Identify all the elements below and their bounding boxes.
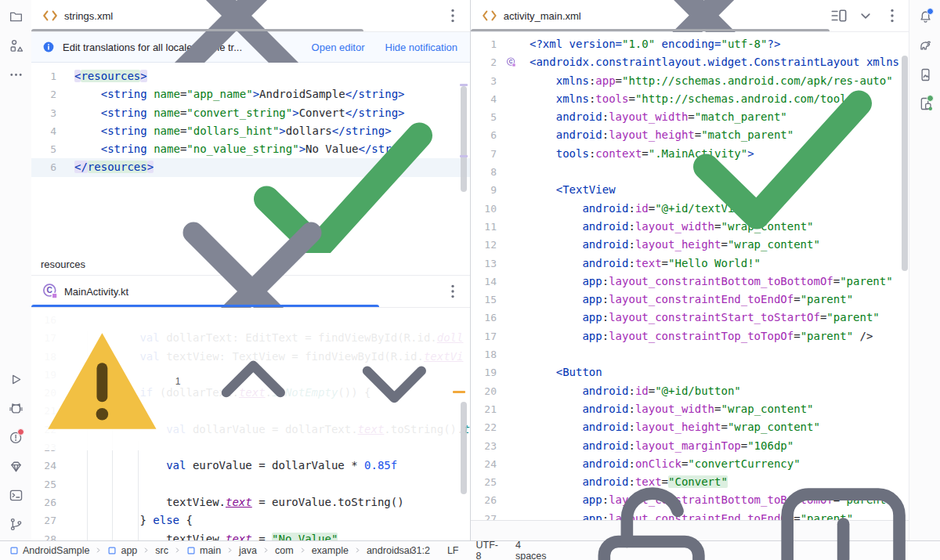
xml-file-icon	[480, 6, 499, 25]
line-number: 7	[471, 145, 497, 163]
version-control-tool[interactable]	[3, 511, 28, 537]
run-tool[interactable]	[3, 367, 28, 392]
code-line[interactable]: 21 android:layout_width="wrap_content"	[471, 400, 909, 418]
line-number: 10	[471, 200, 497, 218]
running-devices-tool[interactable]	[913, 62, 938, 87]
active-tab-underline	[31, 305, 379, 307]
scrollbar-thumb[interactable]	[461, 86, 467, 192]
line-number: 19	[471, 363, 497, 381]
chevron-down-icon[interactable]	[856, 6, 875, 25]
breadcrumb-main[interactable]: main	[186, 545, 221, 556]
breadcrumb-separator-icon	[262, 545, 269, 556]
device-manager-tool[interactable]	[913, 91, 938, 116]
logcat-tool[interactable]	[3, 396, 28, 421]
lock-icon[interactable]	[564, 463, 739, 560]
more-tool-windows[interactable]	[3, 62, 28, 87]
code-text: <Button	[530, 363, 909, 381]
line-number: 6	[471, 126, 497, 144]
line-number: 20	[471, 382, 497, 400]
code-text: app:layout_constraintEnd_toEndOf="parent…	[530, 291, 909, 309]
line-ending[interactable]: LF	[447, 545, 459, 556]
code-line[interactable]: 17 app:layout_constraintTop_toTopOf="par…	[471, 327, 909, 345]
right-toolbar-top	[913, 0, 938, 120]
line-number: 3	[31, 104, 56, 122]
line-number: 5	[31, 140, 56, 158]
line-number: 11	[471, 218, 497, 236]
editor-view-mode-icon[interactable]	[830, 6, 848, 25]
inspection-widget[interactable]: 1	[31, 313, 465, 450]
code-line[interactable]: 18	[471, 345, 909, 363]
breadcrumb-src[interactable]: src	[155, 545, 168, 556]
breadcrumb-example[interactable]: example	[312, 545, 349, 556]
line-number: 2	[31, 85, 56, 103]
left-toolbar	[0, 0, 32, 540]
more-options-icon[interactable]	[883, 6, 902, 25]
code-line[interactable]: 28 textView.text = "No Value"	[31, 530, 470, 540]
indicator-icon[interactable]	[756, 463, 931, 560]
stripe-mark[interactable]	[460, 155, 468, 157]
gradle-tool[interactable]	[913, 33, 938, 58]
line-number: 12	[471, 236, 497, 254]
notifications-button[interactable]	[913, 4, 938, 29]
problems-tool[interactable]	[3, 425, 28, 450]
line-number: 18	[471, 345, 497, 363]
module-icon	[9, 546, 19, 555]
left-toolbar-top	[3, 0, 28, 91]
caret-position[interactable]: 31:2	[411, 545, 430, 556]
line-number: 5	[471, 108, 497, 126]
code-line[interactable]: 24 val euroValue = dollarValue * 0.85f	[31, 457, 470, 475]
indent-size[interactable]: 4 spaces	[515, 540, 547, 560]
breadcrumb-java[interactable]: java	[239, 545, 257, 556]
code-line[interactable]: 26 textView.text = euroValue.toString()	[31, 493, 470, 511]
code-line[interactable]: 22 android:layout_height="wrap_content"	[471, 418, 909, 436]
code-line[interactable]: 25	[31, 475, 470, 493]
breadcrumb-app[interactable]: app	[107, 545, 137, 556]
file-encoding[interactable]: UTF-8	[475, 540, 497, 560]
line-number: 24	[31, 457, 56, 475]
tab-mainactivity-kt[interactable]: C MainActivity.kt	[31, 276, 379, 307]
code-line[interactable]: 23 android:layout_marginTop="106dp"	[471, 437, 909, 455]
warning-icon	[34, 314, 170, 450]
right-toolbar	[909, 0, 940, 540]
tab-strings-xml[interactable]: strings.xml	[31, 0, 363, 31]
code-text: android:layout_marginTop="106dp"	[530, 437, 909, 455]
breadcrumb-androidsample[interactable]: androidsample	[367, 545, 411, 556]
line-number: 2	[471, 53, 497, 71]
mainactivity-kt-editor[interactable]: 1 1617 val dollarText: EditText = findVi…	[31, 308, 470, 540]
warning-stripe-mark[interactable]	[453, 391, 465, 393]
line-number: 21	[471, 400, 497, 418]
right-tab-bar: activity_main.xml	[471, 0, 909, 32]
line-number: 3	[471, 72, 497, 90]
scrollbar-thumb[interactable]	[902, 56, 908, 271]
green-badge-dot	[927, 95, 934, 102]
left-tab-bar: strings.xml	[31, 0, 470, 32]
line-number: 27	[31, 511, 56, 529]
structure-tool[interactable]	[3, 33, 28, 58]
hide-notification-link[interactable]: Hide notification	[385, 42, 458, 53]
tab-activity-main-xml[interactable]: activity_main.xml	[471, 0, 830, 31]
stripe-mark[interactable]	[460, 84, 468, 86]
terminal-tool[interactable]	[3, 482, 28, 508]
breadcrumb-resources[interactable]: resources	[41, 258, 85, 270]
related-class-gutter-icon[interactable]: C	[505, 56, 517, 68]
inspections-ok-icon[interactable]	[665, 40, 900, 275]
more-options-icon[interactable]	[443, 6, 462, 25]
tab-underline	[471, 29, 830, 31]
code-line[interactable]: 16 app:layout_constraintStart_toStartOf=…	[471, 309, 909, 327]
project-tool[interactable]	[3, 4, 28, 29]
breadcrumb-separator-icon	[95, 545, 102, 556]
code-line[interactable]: 19 <Button	[471, 363, 909, 381]
breadcrumb-androidsample[interactable]: AndroidSample	[9, 545, 89, 556]
code-line[interactable]: 27 } else {	[31, 511, 470, 529]
prev-warning-icon[interactable]	[186, 314, 321, 450]
more-options-icon[interactable]	[443, 282, 462, 301]
code-line[interactable]: 20 android:id="@+id/button"	[471, 382, 909, 400]
code-line[interactable]: 15 app:layout_constraintEnd_toEndOf="par…	[471, 291, 909, 309]
line-number: 22	[471, 418, 497, 436]
code-line[interactable]: 14 app:layout_constraintBottom_toBottomO…	[471, 273, 909, 291]
next-warning-icon[interactable]	[327, 314, 462, 450]
app-quality-insights-tool[interactable]	[3, 453, 28, 479]
breadcrumb-com[interactable]: com	[275, 545, 294, 556]
warning-count: 1	[175, 376, 181, 387]
status-bar: AndroidSampleappsrcmainjavacomexampleand…	[0, 540, 940, 560]
